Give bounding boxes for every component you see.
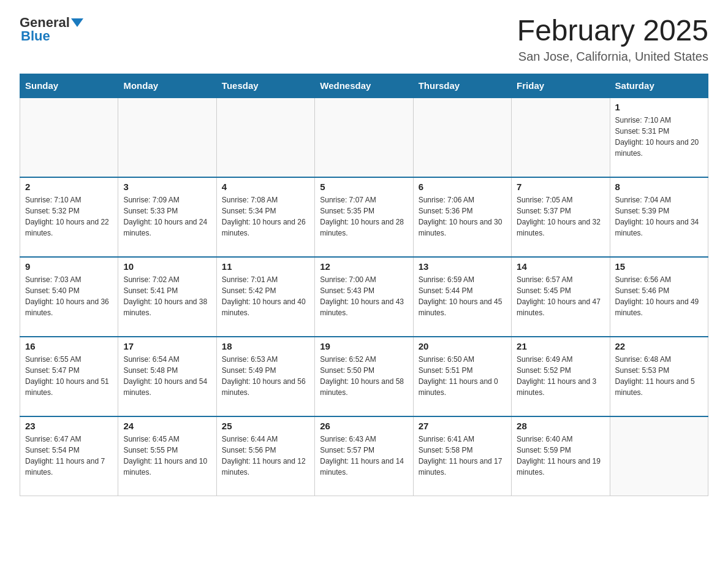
day-info: Sunrise: 6:47 AMSunset: 5:54 PMDaylight:… <box>25 434 113 478</box>
day-number: 5 <box>320 182 408 192</box>
day-number: 16 <box>25 341 113 351</box>
calendar-day-cell: 6Sunrise: 7:06 AMSunset: 5:36 PMDaylight… <box>413 177 511 257</box>
day-header-monday: Monday <box>118 74 216 98</box>
day-info: Sunrise: 7:10 AMSunset: 5:31 PMDaylight:… <box>615 115 703 159</box>
calendar-day-cell <box>610 416 708 496</box>
day-info: Sunrise: 7:10 AMSunset: 5:32 PMDaylight:… <box>25 194 113 239</box>
day-number: 11 <box>222 261 309 272</box>
calendar-day-cell: 28Sunrise: 6:40 AMSunset: 5:59 PMDayligh… <box>512 416 610 496</box>
day-number: 4 <box>222 182 309 192</box>
calendar-day-cell <box>118 98 216 177</box>
calendar-header-row: SundayMondayTuesdayWednesdayThursdayFrid… <box>20 74 708 98</box>
day-info: Sunrise: 6:54 AMSunset: 5:48 PMDaylight:… <box>123 354 211 398</box>
calendar-day-cell: 7Sunrise: 7:05 AMSunset: 5:37 PMDaylight… <box>512 177 610 257</box>
calendar-day-cell <box>315 98 413 177</box>
calendar-week-row: 1Sunrise: 7:10 AMSunset: 5:31 PMDaylight… <box>20 98 708 177</box>
calendar-day-cell: 19Sunrise: 6:52 AMSunset: 5:50 PMDayligh… <box>315 337 413 416</box>
calendar-day-cell <box>413 98 511 177</box>
calendar-day-cell: 11Sunrise: 7:01 AMSunset: 5:42 PMDayligh… <box>216 257 314 337</box>
day-number: 13 <box>419 261 506 272</box>
day-info: Sunrise: 7:06 AMSunset: 5:36 PMDaylight:… <box>419 194 506 239</box>
day-number: 18 <box>222 341 309 351</box>
day-number: 17 <box>123 341 211 351</box>
day-info: Sunrise: 6:40 AMSunset: 5:59 PMDaylight:… <box>517 434 604 478</box>
day-info: Sunrise: 6:50 AMSunset: 5:51 PMDaylight:… <box>419 354 506 398</box>
day-number: 6 <box>419 182 506 192</box>
day-info: Sunrise: 6:44 AMSunset: 5:56 PMDaylight:… <box>222 434 309 478</box>
day-info: Sunrise: 6:43 AMSunset: 5:57 PMDaylight:… <box>320 434 408 478</box>
day-info: Sunrise: 7:05 AMSunset: 5:37 PMDaylight:… <box>517 194 604 239</box>
day-number: 20 <box>419 341 506 351</box>
calendar-day-cell: 2Sunrise: 7:10 AMSunset: 5:32 PMDaylight… <box>20 177 118 257</box>
logo-triangle-icon <box>71 18 83 27</box>
day-info: Sunrise: 6:56 AMSunset: 5:46 PMDaylight:… <box>615 274 703 318</box>
day-info: Sunrise: 6:41 AMSunset: 5:58 PMDaylight:… <box>419 434 506 478</box>
calendar-table: SundayMondayTuesdayWednesdayThursdayFrid… <box>20 74 708 497</box>
calendar-week-row: 16Sunrise: 6:55 AMSunset: 5:47 PMDayligh… <box>20 337 708 416</box>
day-info: Sunrise: 7:09 AMSunset: 5:33 PMDaylight:… <box>123 194 211 239</box>
day-number: 7 <box>517 182 604 192</box>
calendar-week-row: 9Sunrise: 7:03 AMSunset: 5:40 PMDaylight… <box>20 257 708 337</box>
day-info: Sunrise: 7:04 AMSunset: 5:39 PMDaylight:… <box>615 194 703 239</box>
calendar-day-cell: 22Sunrise: 6:48 AMSunset: 5:53 PMDayligh… <box>610 337 708 416</box>
calendar-day-cell <box>20 98 118 177</box>
logo: General Blue <box>20 15 85 44</box>
day-info: Sunrise: 6:49 AMSunset: 5:52 PMDaylight:… <box>517 354 604 398</box>
calendar-day-cell: 14Sunrise: 6:57 AMSunset: 5:45 PMDayligh… <box>512 257 610 337</box>
day-number: 12 <box>320 261 408 272</box>
day-number: 22 <box>615 341 703 351</box>
calendar-day-cell: 25Sunrise: 6:44 AMSunset: 5:56 PMDayligh… <box>216 416 314 496</box>
day-info: Sunrise: 7:08 AMSunset: 5:34 PMDaylight:… <box>222 194 309 239</box>
calendar-day-cell: 12Sunrise: 7:00 AMSunset: 5:43 PMDayligh… <box>315 257 413 337</box>
calendar-day-cell: 9Sunrise: 7:03 AMSunset: 5:40 PMDaylight… <box>20 257 118 337</box>
day-number: 10 <box>123 261 211 272</box>
day-number: 14 <box>517 261 604 272</box>
calendar-day-cell: 10Sunrise: 7:02 AMSunset: 5:41 PMDayligh… <box>118 257 216 337</box>
calendar-day-cell: 17Sunrise: 6:54 AMSunset: 5:48 PMDayligh… <box>118 337 216 416</box>
day-header-friday: Friday <box>512 74 610 98</box>
day-info: Sunrise: 6:55 AMSunset: 5:47 PMDaylight:… <box>25 354 113 398</box>
day-info: Sunrise: 7:03 AMSunset: 5:40 PMDaylight:… <box>25 274 113 318</box>
day-number: 26 <box>320 421 408 431</box>
day-header-saturday: Saturday <box>610 74 708 98</box>
day-number: 15 <box>615 261 703 272</box>
day-header-sunday: Sunday <box>20 74 118 98</box>
day-header-wednesday: Wednesday <box>315 74 413 98</box>
day-info: Sunrise: 7:00 AMSunset: 5:43 PMDaylight:… <box>320 274 408 318</box>
calendar-day-cell: 8Sunrise: 7:04 AMSunset: 5:39 PMDaylight… <box>610 177 708 257</box>
calendar-day-cell: 4Sunrise: 7:08 AMSunset: 5:34 PMDaylight… <box>216 177 314 257</box>
day-info: Sunrise: 7:01 AMSunset: 5:42 PMDaylight:… <box>222 274 309 318</box>
day-number: 2 <box>25 182 113 192</box>
calendar-day-cell: 24Sunrise: 6:45 AMSunset: 5:55 PMDayligh… <box>118 416 216 496</box>
calendar-day-cell: 21Sunrise: 6:49 AMSunset: 5:52 PMDayligh… <box>512 337 610 416</box>
calendar-day-cell: 16Sunrise: 6:55 AMSunset: 5:47 PMDayligh… <box>20 337 118 416</box>
day-number: 8 <box>615 182 703 192</box>
day-number: 24 <box>123 421 211 431</box>
calendar-day-cell: 1Sunrise: 7:10 AMSunset: 5:31 PMDaylight… <box>610 98 708 177</box>
calendar-day-cell <box>216 98 314 177</box>
day-header-thursday: Thursday <box>413 74 511 98</box>
calendar-day-cell: 20Sunrise: 6:50 AMSunset: 5:51 PMDayligh… <box>413 337 511 416</box>
calendar-day-cell: 3Sunrise: 7:09 AMSunset: 5:33 PMDaylight… <box>118 177 216 257</box>
day-info: Sunrise: 7:02 AMSunset: 5:41 PMDaylight:… <box>123 274 211 318</box>
subtitle: San Jose, California, United States <box>517 50 708 64</box>
day-info: Sunrise: 6:53 AMSunset: 5:49 PMDaylight:… <box>222 354 309 398</box>
calendar-day-cell: 18Sunrise: 6:53 AMSunset: 5:49 PMDayligh… <box>216 337 314 416</box>
day-number: 21 <box>517 341 604 351</box>
day-number: 28 <box>517 421 604 431</box>
day-info: Sunrise: 6:59 AMSunset: 5:44 PMDaylight:… <box>419 274 506 318</box>
day-number: 1 <box>615 102 703 112</box>
calendar-day-cell <box>512 98 610 177</box>
page-title: February 2025 <box>517 15 708 47</box>
day-info: Sunrise: 6:52 AMSunset: 5:50 PMDaylight:… <box>320 354 408 398</box>
calendar-day-cell: 26Sunrise: 6:43 AMSunset: 5:57 PMDayligh… <box>315 416 413 496</box>
calendar-day-cell: 23Sunrise: 6:47 AMSunset: 5:54 PMDayligh… <box>20 416 118 496</box>
day-number: 27 <box>419 421 506 431</box>
day-info: Sunrise: 6:45 AMSunset: 5:55 PMDaylight:… <box>123 434 211 478</box>
title-block: February 2025 San Jose, California, Unit… <box>517 15 708 64</box>
calendar-day-cell: 15Sunrise: 6:56 AMSunset: 5:46 PMDayligh… <box>610 257 708 337</box>
day-info: Sunrise: 7:07 AMSunset: 5:35 PMDaylight:… <box>320 194 408 239</box>
day-number: 19 <box>320 341 408 351</box>
day-number: 3 <box>123 182 211 192</box>
day-number: 23 <box>25 421 113 431</box>
